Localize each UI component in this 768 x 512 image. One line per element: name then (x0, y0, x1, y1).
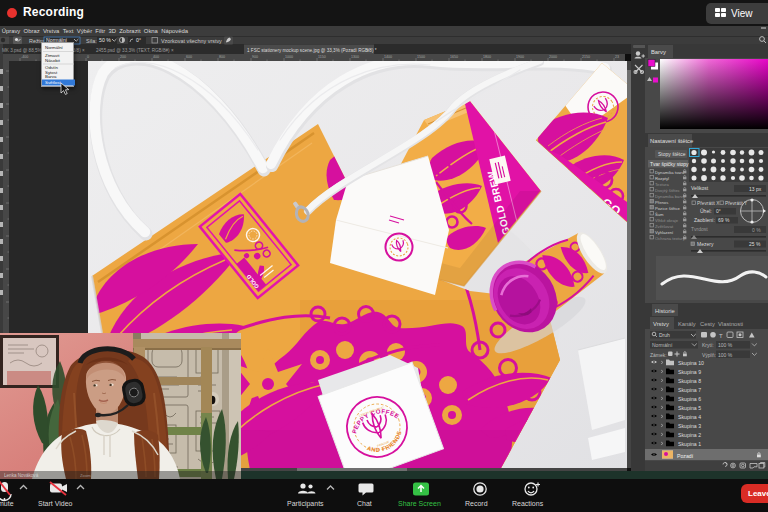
svg-text:200: 200 (120, 55, 126, 59)
svg-text:1900: 1900 (516, 55, 524, 59)
svg-text:Násobit: Násobit (45, 58, 61, 63)
svg-text:Stopy štětce: Stopy štětce (658, 151, 686, 157)
svg-text:Vzorkovat všechny vrstvy: Vzorkovat všechny vrstvy (161, 38, 222, 44)
svg-text:mute: mute (0, 500, 14, 507)
svg-text:Vlastnosti: Vlastnosti (718, 321, 743, 327)
svg-text:Dynamika tvaru: Dynamika tvaru (655, 170, 685, 175)
svg-text:Zaoblení:: Zaoblení: (694, 217, 715, 223)
svg-text:50 %: 50 % (99, 37, 111, 43)
svg-text:100 %: 100 % (718, 352, 733, 358)
svg-text:Dynamika barvy: Dynamika barvy (655, 194, 686, 199)
svg-text:900: 900 (252, 55, 258, 59)
svg-text:1000: 1000 (285, 55, 293, 59)
svg-text:Historie: Historie (655, 308, 675, 314)
svg-text:Normální: Normální (652, 342, 673, 348)
svg-text:Kanály: Kanály (678, 321, 696, 327)
svg-text:Ochrana textury: Ochrana textury (655, 236, 686, 241)
svg-text:Zámek:: Zámek: (650, 352, 667, 358)
svg-text:Dvojitý štětec: Dvojitý štětec (655, 188, 680, 193)
svg-text:Vyhlazení: Vyhlazení (655, 230, 674, 235)
svg-text:1400: 1400 (384, 55, 392, 59)
svg-text:1 FSC stationery mockup scene.: 1 FSC stationery mockup scene.jpg @ 33,3… (247, 48, 377, 53)
svg-text:Světlost: Světlost (45, 80, 61, 85)
svg-text:Tvar špičky stopy: Tvar špičky stopy (650, 161, 689, 167)
svg-text:1300: 1300 (351, 55, 359, 59)
svg-text:Úhel:: Úhel: (700, 208, 712, 214)
svg-text:Barvy: Barvy (651, 49, 666, 55)
svg-text:Participants: Participants (287, 500, 324, 508)
svg-text:23: 23 (615, 55, 619, 59)
svg-text:Mezery: Mezery (697, 241, 714, 247)
svg-text:Skupina 5: Skupina 5 (678, 405, 701, 411)
svg-text:0°: 0° (716, 208, 721, 214)
svg-text:Reactions: Reactions (512, 500, 544, 507)
svg-text:13 px: 13 px (749, 186, 762, 192)
svg-text:0°: 0° (136, 37, 141, 43)
svg-text:Přenos: Přenos (655, 200, 668, 205)
svg-text:Skupina 7: Skupina 7 (678, 387, 701, 393)
svg-text:Krytí:: Krytí: (702, 342, 714, 348)
svg-text:25 %: 25 % (749, 241, 761, 247)
svg-text:Síla:: Síla: (86, 38, 97, 44)
svg-text:×: × (366, 47, 369, 53)
svg-text:400: 400 (153, 55, 159, 59)
svg-text:Zvětšovat: Zvětšovat (655, 224, 674, 229)
svg-text:Pozadí: Pozadí (677, 453, 694, 459)
svg-text:Tvrdost: Tvrdost (691, 226, 708, 232)
svg-text:Skupina 10: Skupina 10 (678, 360, 704, 366)
svg-text:0: 0 (87, 55, 89, 59)
svg-text:Share Screen: Share Screen (398, 500, 441, 507)
svg-text:Vlhké okraje: Vlhké okraje (655, 218, 679, 223)
svg-text:Rozptyl: Rozptyl (655, 176, 669, 181)
svg-text:1650: 1650 (450, 55, 458, 59)
svg-text:100 %: 100 % (718, 342, 733, 348)
svg-text:Výplň:: Výplň: (702, 352, 716, 358)
svg-text:Chat: Chat (357, 500, 372, 507)
svg-text:Start Video: Start Video (38, 500, 73, 507)
svg-text:Skupina 3: Skupina 3 (678, 423, 701, 429)
svg-text:Record: Record (465, 500, 488, 507)
svg-text:Vrstvy: Vrstvy (653, 321, 669, 327)
svg-text:0 %: 0 % (752, 227, 761, 233)
svg-text:Skupina 4: Skupina 4 (678, 414, 701, 420)
svg-text:1800: 1800 (483, 55, 491, 59)
svg-text:2150: 2150 (582, 55, 590, 59)
svg-text:Převrátit X: Převrátit X (697, 201, 720, 206)
svg-text:Zoom: Zoom (80, 473, 91, 478)
svg-text:Skupina 6: Skupina 6 (678, 396, 701, 402)
svg-text:Textura: Textura (655, 182, 669, 187)
svg-text:Skupina 2: Skupina 2 (678, 432, 701, 438)
svg-text:-400: -400 (21, 55, 28, 59)
svg-text:600: 600 (186, 55, 192, 59)
svg-text:69 %: 69 % (718, 217, 730, 223)
svg-text:Lenka Nováková: Lenka Nováková (4, 473, 39, 478)
svg-text:Pozice štětce: Pozice štětce (655, 206, 681, 211)
svg-text:View: View (731, 8, 753, 19)
svg-text:Nastavení štětce: Nastavení štětce (650, 138, 693, 144)
svg-text:T: T (719, 333, 723, 339)
svg-text:2000: 2000 (549, 55, 557, 59)
svg-text:Skupina 9: Skupina 9 (678, 369, 701, 375)
svg-text:Skupina 1: Skupina 1 (678, 441, 701, 447)
svg-text:Cesty: Cesty (700, 321, 715, 327)
svg-text:Normální: Normální (45, 45, 64, 50)
svg-text:Velikost: Velikost (691, 185, 709, 191)
svg-text:1150: 1150 (318, 55, 326, 59)
svg-text:800: 800 (219, 55, 225, 59)
svg-text:Šum: Šum (655, 212, 664, 217)
svg-text:Druh: Druh (659, 332, 670, 338)
svg-text:Barva: Barva (45, 74, 57, 79)
svg-text:Skupina 8: Skupina 8 (678, 378, 701, 384)
svg-text:1500: 1500 (417, 55, 425, 59)
svg-text:2455.psd @ 33,3% (TEXT, RGB/8#: 2455.psd @ 33,3% (TEXT, RGB/8#) × (96, 48, 174, 53)
